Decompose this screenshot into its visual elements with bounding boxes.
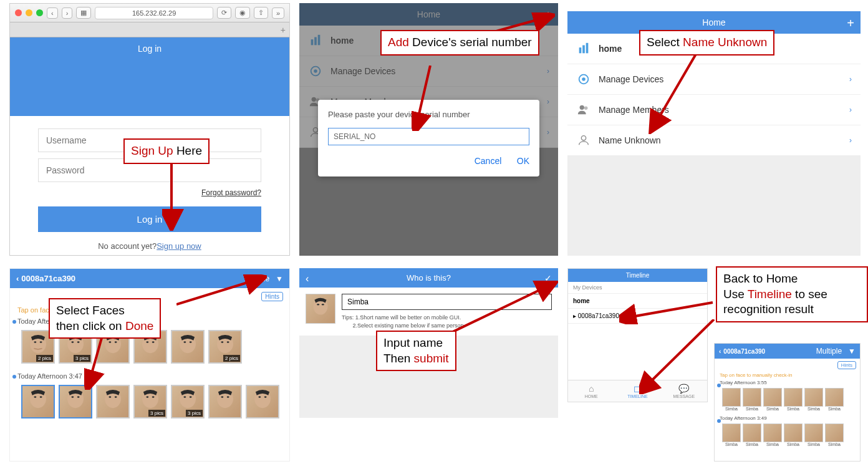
face-thumb[interactable] — [722, 388, 741, 407]
svg-rect-10 — [586, 43, 589, 54]
login-button[interactable]: Log in — [38, 206, 261, 232]
url-bar[interactable]: 165.232.62.29 — [95, 7, 213, 19]
face-thumb[interactable] — [825, 423, 844, 442]
menu-manage-devices[interactable]: Manage Devices› — [567, 64, 861, 95]
svg-point-53 — [259, 396, 261, 398]
back-button[interactable]: ‹ — [47, 7, 58, 19]
svg-point-14 — [584, 107, 588, 110]
browser-toolbar: ‹ › ▦ 165.232.62.29 ⟳ ◉ ⇧ » — [10, 4, 289, 22]
face-thumb[interactable] — [743, 423, 761, 442]
timeline-result-screen: ‹ 0008a71ca390 Multiple ▼ Hints Tap on f… — [714, 343, 861, 462]
svg-point-47 — [184, 396, 186, 398]
svg-point-45 — [152, 396, 155, 398]
tab-strip: + — [10, 22, 289, 37]
mini-header: Timeline — [568, 269, 707, 282]
new-tab-button[interactable]: + — [281, 25, 286, 35]
back-button[interactable]: ‹ — [306, 273, 309, 284]
menu-manage-members[interactable]: Manage Members› — [567, 95, 861, 125]
svg-line-63 — [176, 279, 258, 304]
svg-point-35 — [34, 396, 37, 398]
svg-point-36 — [40, 396, 42, 398]
menu-name-unknown[interactable]: Name Unknown› — [567, 125, 861, 156]
svg-point-42 — [115, 396, 117, 398]
svg-point-56 — [317, 304, 319, 305]
svg-line-65 — [624, 302, 713, 318]
svg-point-15 — [581, 136, 586, 140]
svg-point-54 — [264, 396, 267, 398]
more-button[interactable]: » — [272, 7, 284, 19]
svg-rect-9 — [582, 46, 585, 54]
face-preview — [306, 294, 335, 324]
face-thumb[interactable] — [825, 388, 844, 407]
svg-point-32 — [221, 341, 224, 343]
svg-line-61 — [655, 50, 698, 125]
reader-button[interactable]: ◉ — [235, 7, 250, 19]
svg-point-20 — [72, 341, 74, 343]
svg-line-66 — [644, 319, 714, 388]
svg-point-41 — [109, 396, 112, 398]
signup-line: No account yet?Sign up now — [38, 241, 261, 251]
svg-point-50 — [221, 396, 224, 398]
back-button[interactable]: ‹ 0008a71ca390 — [719, 348, 765, 355]
callout-timeline: Back to HomeUse Timeline to see recognit… — [716, 266, 868, 322]
face-row-2: 3 pics 3 pics — [10, 382, 289, 425]
forward-button[interactable]: › — [62, 7, 73, 19]
face-thumb[interactable] — [763, 388, 782, 407]
callout-add-device: Add Device's serial number — [380, 30, 539, 56]
svg-line-60 — [417, 65, 430, 125]
face-thumb[interactable] — [784, 388, 803, 407]
face-thumb[interactable] — [21, 385, 55, 418]
svg-point-13 — [580, 105, 584, 110]
add-button[interactable]: + — [847, 16, 854, 31]
svg-line-64 — [449, 286, 549, 334]
svg-point-26 — [147, 341, 149, 343]
svg-point-33 — [227, 341, 229, 343]
svg-point-21 — [77, 341, 80, 343]
face-thumb[interactable] — [171, 330, 205, 364]
face-thumb[interactable] — [784, 423, 803, 442]
callout-input-name: Input nameThen submit — [376, 331, 456, 371]
svg-point-44 — [147, 396, 149, 398]
sidebar-button[interactable]: ▦ — [76, 7, 91, 19]
face-thumb[interactable]: 3 pics — [133, 385, 167, 418]
svg-point-12 — [582, 77, 586, 81]
svg-point-38 — [72, 396, 74, 398]
face-thumb[interactable]: 3 pics — [171, 385, 205, 418]
login-screen: ‹ › ▦ 165.232.62.29 ⟳ ◉ ⇧ » + Log in For… — [9, 3, 290, 256]
face-thumb[interactable] — [59, 385, 92, 418]
tab-home[interactable]: ⌂HOME — [568, 380, 614, 402]
back-button[interactable]: ‹ 0008a71ca390 — [16, 274, 75, 283]
login-title: Log in — [10, 37, 289, 60]
face-thumb[interactable] — [804, 388, 823, 407]
cancel-button[interactable]: Cancel — [475, 156, 502, 166]
svg-point-29 — [184, 341, 186, 343]
face-thumb[interactable] — [96, 385, 130, 418]
face-thumb[interactable] — [246, 385, 279, 418]
svg-point-39 — [77, 396, 80, 398]
svg-point-27 — [152, 341, 155, 343]
face-thumb[interactable] — [763, 423, 782, 442]
svg-rect-8 — [579, 47, 582, 53]
face-thumb[interactable] — [208, 385, 242, 418]
face-thumb[interactable] — [722, 423, 741, 442]
svg-point-18 — [40, 341, 42, 343]
face-thumb[interactable] — [804, 423, 823, 442]
callout-signup: Sign Up Here — [123, 138, 210, 164]
face-thumb[interactable]: 2 pics — [208, 330, 242, 364]
forgot-password-link[interactable]: Forgot password? — [38, 188, 261, 197]
callout-select-faces: Select Facesthen click on Done — [49, 298, 161, 339]
time-group-2: Today Afternoon 3:47 — [10, 370, 289, 382]
svg-point-30 — [190, 341, 192, 343]
ok-button[interactable]: OK — [517, 156, 529, 166]
filter-icon[interactable]: ▼ — [276, 274, 283, 283]
signup-link[interactable]: Sign up now — [157, 241, 201, 251]
svg-point-57 — [322, 304, 324, 305]
hints-button[interactable]: Hints — [837, 361, 856, 369]
face-thumb[interactable] — [743, 388, 761, 407]
svg-line-62 — [89, 334, 103, 382]
share-button[interactable]: ⇧ — [254, 7, 268, 19]
reload-button[interactable]: ⟳ — [217, 7, 231, 19]
window-controls[interactable] — [15, 9, 43, 16]
callout-name-unknown: Select Name Unknown — [639, 30, 774, 56]
svg-point-48 — [190, 396, 192, 398]
